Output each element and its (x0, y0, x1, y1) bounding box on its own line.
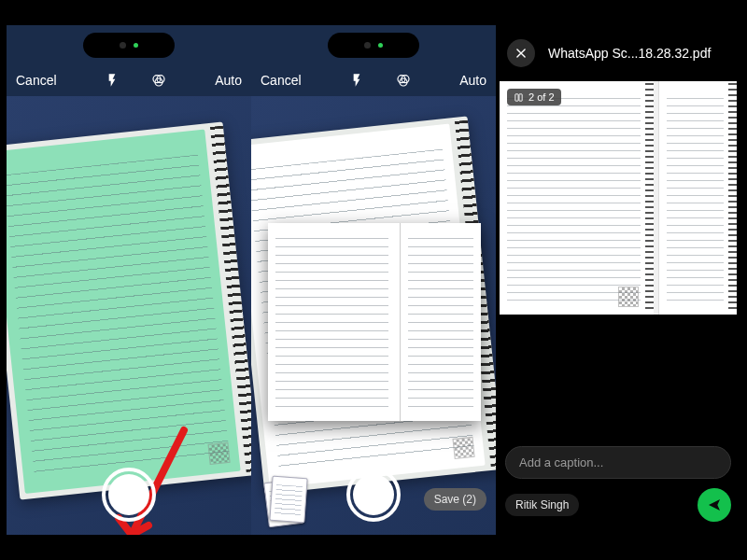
svg-rect-7 (519, 93, 522, 100)
scanner-top-bar: Cancel Auto (7, 64, 251, 96)
recipient-chip[interactable]: Ritik Singh (505, 494, 579, 516)
filter-icon[interactable] (151, 71, 166, 90)
filter-icon[interactable] (396, 71, 411, 90)
camera-viewfinder: Save (2) (251, 96, 496, 535)
close-button[interactable] (507, 39, 535, 67)
dynamic-island (328, 33, 419, 58)
camera-active-indicator-icon (134, 43, 138, 48)
scanner-screen-initial: Cancel Auto (7, 25, 251, 535)
scanner-top-bar: Cancel Auto (251, 64, 496, 96)
auto-mode-button[interactable]: Auto (459, 73, 486, 88)
shutter-button[interactable] (102, 468, 156, 522)
qr-code-icon (207, 442, 230, 465)
flash-icon[interactable] (105, 71, 120, 90)
flash-icon[interactable] (349, 71, 364, 90)
auto-mode-button[interactable]: Auto (215, 73, 242, 88)
status-bar (251, 25, 496, 64)
status-bar (7, 25, 251, 64)
whatsapp-send-document-screen: WhatsApp Sc...18.28.32.pdf 2 of 2 Ritik … (496, 25, 740, 535)
send-footer: Ritik Singh (496, 446, 740, 535)
dynamic-island (83, 33, 175, 58)
camera-dot-icon (120, 42, 126, 49)
qr-code-icon (452, 437, 474, 459)
camera-active-indicator-icon (378, 43, 383, 48)
camera-dot-icon (364, 42, 371, 49)
svg-rect-6 (515, 93, 518, 100)
cancel-button[interactable]: Cancel (16, 73, 57, 88)
scanned-pages-thumbnail[interactable] (266, 475, 307, 524)
save-button[interactable]: Save (2) (424, 488, 486, 511)
document-header: WhatsApp Sc...18.28.32.pdf (496, 25, 740, 81)
qr-code-icon (618, 287, 639, 307)
document-preview[interactable]: 2 of 2 (500, 81, 737, 315)
caption-input[interactable] (505, 446, 731, 479)
cancel-button[interactable]: Cancel (261, 73, 302, 88)
page-count-badge: 2 of 2 (507, 89, 561, 105)
scanner-screen-captured: Cancel Auto (251, 25, 496, 535)
captured-scan-preview (268, 223, 481, 421)
shutter-button[interactable] (346, 468, 401, 522)
page-count-label: 2 of 2 (529, 91, 555, 103)
camera-viewfinder (7, 96, 251, 535)
send-button[interactable] (698, 488, 731, 522)
detected-document-overlay (7, 122, 251, 500)
document-filename: WhatsApp Sc...18.28.32.pdf (548, 46, 711, 61)
